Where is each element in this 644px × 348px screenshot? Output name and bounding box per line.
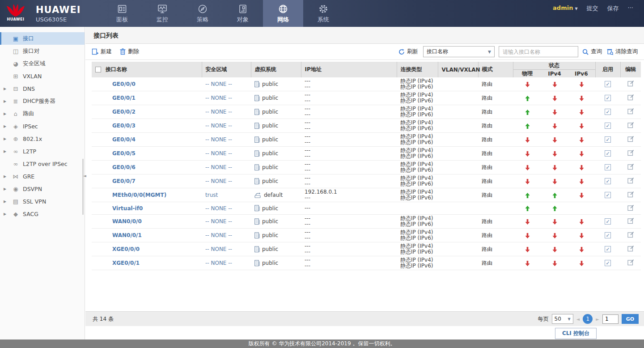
security-zone-value[interactable]: -- NONE -- (205, 164, 232, 170)
security-zone-value[interactable]: -- NONE -- (205, 136, 232, 143)
sidebar-item-vxlan[interactable]: ⊞VXLAN (0, 70, 85, 82)
sidebar-item-security-zone[interactable]: ◕安全区域 (0, 57, 85, 70)
interface-link[interactable]: XGE0/0/1 (112, 260, 140, 266)
security-zone-value[interactable]: -- NONE -- (205, 232, 232, 238)
enable-checkbox[interactable]: ✓ (605, 95, 611, 101)
nav-item-monitor[interactable]: 监控 (142, 0, 182, 27)
interface-link[interactable]: WAN0/0/0 (112, 218, 142, 225)
edit-button[interactable] (627, 231, 634, 239)
goto-page-input[interactable] (602, 314, 619, 324)
expand-arrow-icon[interactable]: ▶ (0, 187, 11, 191)
enable-checkbox[interactable]: ✓ (605, 164, 611, 170)
edit-button[interactable] (627, 163, 634, 171)
interface-link[interactable]: XGE0/0/0 (112, 246, 140, 252)
interface-link[interactable]: GE0/0/6 (112, 164, 136, 170)
expand-arrow-icon[interactable]: ▶ (0, 174, 11, 178)
prev-page-icon[interactable]: ◄ (576, 317, 580, 322)
edit-button[interactable] (627, 108, 634, 116)
enable-checkbox[interactable]: ✓ (605, 260, 611, 266)
edit-button[interactable] (627, 80, 634, 88)
interface-link[interactable]: WAN0/0/1 (112, 232, 142, 238)
nav-item-dashboard[interactable]: 面板 (102, 0, 142, 27)
enable-checkbox[interactable]: ✓ (605, 150, 611, 157)
next-page-icon[interactable]: ► (596, 317, 599, 322)
interface-link[interactable]: GE0/0/1 (112, 95, 136, 101)
go-button[interactable]: GO (622, 314, 639, 324)
interface-link[interactable]: MEth0/0/0(MGMT) (112, 192, 166, 198)
user-menu[interactable]: admin▼ (553, 4, 578, 11)
expand-arrow-icon[interactable]: ▶ (0, 99, 11, 103)
sidebar-item-l2tp[interactable]: ▶∞L2TP (0, 145, 85, 157)
interface-link[interactable]: GE0/0/0 (112, 81, 136, 87)
sidebar-item-gre[interactable]: ▶⋈GRE (0, 170, 85, 182)
sidebar-item-interface-pair[interactable]: ◫接口对 (0, 45, 85, 57)
security-zone-value[interactable]: -- NONE -- (205, 260, 232, 266)
edit-button[interactable] (627, 177, 634, 185)
expand-arrow-icon[interactable]: ▶ (0, 212, 11, 216)
sidebar-scrollbar[interactable] (82, 159, 84, 215)
interface-link[interactable]: GE0/0/3 (112, 123, 136, 129)
delete-button[interactable]: 删除 (120, 48, 139, 55)
enable-checkbox[interactable]: ✓ (605, 109, 611, 115)
enable-checkbox[interactable]: ✓ (605, 81, 611, 87)
sidebar-item-8021x[interactable]: ▶⊕802.1x (0, 132, 85, 145)
security-zone-value[interactable]: -- NONE -- (205, 205, 232, 212)
security-zone-value[interactable]: trust (205, 192, 218, 198)
enable-checkbox[interactable]: ✓ (605, 123, 611, 129)
security-zone-value[interactable]: -- NONE -- (205, 178, 232, 184)
search-input[interactable] (499, 46, 578, 57)
current-page-button[interactable]: 1 (583, 314, 593, 324)
refresh-button[interactable]: 刷新 (398, 48, 418, 55)
per-page-select[interactable]: 50 ▼ (552, 314, 573, 324)
security-zone-value[interactable]: -- NONE -- (205, 81, 232, 87)
sidebar-item-ssl-vpn[interactable]: ▶▤SSL VPN (0, 195, 85, 208)
new-button[interactable]: 新建 (92, 48, 112, 55)
edit-button[interactable] (627, 136, 634, 144)
expand-arrow-icon[interactable]: ▶ (0, 112, 11, 116)
enable-checkbox[interactable]: ✓ (605, 136, 611, 143)
sidebar-item-ipsec[interactable]: ▶◈IPSec (0, 120, 85, 132)
sidebar-item-dns[interactable]: ▶⊟DNS (0, 82, 85, 95)
interface-link[interactable]: GE0/0/4 (112, 136, 136, 143)
sidebar-item-dsvpn[interactable]: ▶◉DSVPN (0, 182, 85, 195)
edit-button[interactable] (627, 217, 634, 225)
security-zone-value[interactable]: -- NONE -- (205, 123, 232, 129)
edit-button[interactable] (627, 259, 634, 267)
expand-arrow-icon[interactable]: ▶ (0, 124, 11, 128)
expand-arrow-icon[interactable]: ▶ (0, 199, 11, 204)
security-zone-value[interactable]: -- NONE -- (205, 218, 232, 225)
edit-button[interactable] (627, 204, 634, 212)
sidebar-item-route[interactable]: ▶⌂路由 (0, 107, 85, 120)
select-all-checkbox[interactable] (95, 67, 101, 72)
security-zone-value[interactable]: -- NONE -- (205, 150, 232, 157)
expand-arrow-icon[interactable]: ▶ (0, 87, 11, 91)
interface-link[interactable]: GE0/0/2 (112, 109, 136, 115)
sidebar-item-dhcp-server[interactable]: ▶≣DHCP服务器 (0, 95, 85, 107)
nav-item-object[interactable]: 对象 (223, 0, 263, 27)
enable-checkbox[interactable]: ✓ (605, 246, 611, 252)
sidebar-item-sacg[interactable]: ▶◆SACG (0, 208, 85, 220)
sidebar-collapse-icon[interactable]: ◄ (83, 174, 86, 178)
edit-button[interactable] (627, 245, 634, 253)
cli-console-button[interactable]: CLI 控制台 (555, 328, 597, 339)
security-zone-value[interactable]: -- NONE -- (205, 246, 232, 252)
submit-button[interactable]: 提交 (587, 4, 598, 13)
enable-checkbox[interactable]: ✓ (605, 178, 611, 184)
edit-button[interactable] (627, 122, 634, 130)
edit-button[interactable] (627, 94, 634, 102)
nav-item-policy[interactable]: 策略 (182, 0, 223, 27)
edit-button[interactable] (627, 149, 634, 157)
clear-query-button[interactable]: 清除查询 (607, 48, 638, 55)
save-button[interactable]: 保存 (607, 4, 619, 13)
sidebar-item-interface[interactable]: ▣接口 (0, 32, 85, 45)
interface-link[interactable]: GE0/0/7 (112, 178, 136, 184)
security-zone-value[interactable]: -- NONE -- (205, 109, 232, 115)
interface-link[interactable]: GE0/0/5 (112, 150, 136, 157)
interface-link[interactable]: Virtual-if0 (112, 205, 143, 212)
expand-arrow-icon[interactable]: ▶ (0, 149, 11, 153)
sidebar-item-l2tp-over-ipsec[interactable]: ∞L2TP over IPSec (0, 157, 85, 170)
enable-checkbox[interactable]: ✓ (605, 232, 611, 238)
expand-arrow-icon[interactable]: ▶ (0, 137, 11, 141)
nav-item-system[interactable]: 系统 (303, 0, 343, 27)
enable-checkbox[interactable]: ✓ (605, 218, 611, 225)
